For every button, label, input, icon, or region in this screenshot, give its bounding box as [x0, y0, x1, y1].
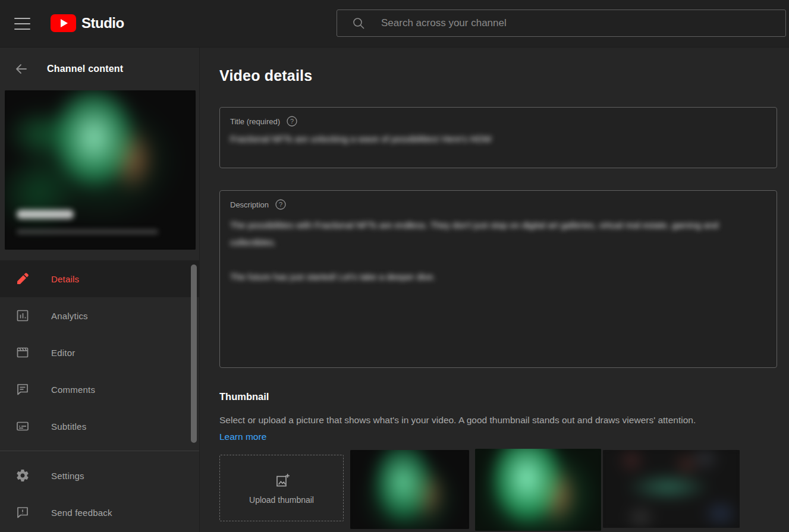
svg-text:?: ?: [279, 201, 282, 208]
search-icon: [351, 16, 366, 30]
feedback-icon: [15, 505, 30, 520]
thumbnail-section-heading: Thumbnail: [219, 391, 269, 402]
sidebar-item-analytics[interactable]: Analytics: [0, 297, 199, 334]
upload-thumbnail-button[interactable]: Upload thumbnail: [219, 455, 344, 521]
video-title-blurred: [17, 210, 74, 219]
sidebar-item-label: Editor: [51, 348, 75, 358]
menu-icon[interactable]: [14, 18, 30, 30]
title-field-value: Fractional NFTs are unlocking a wave of …: [230, 134, 766, 144]
title-field[interactable]: Title (required) ? Fractional NFTs are u…: [219, 107, 777, 168]
sidebar-item-label: Analytics: [51, 311, 88, 321]
thumbnail-option-3-image: [603, 450, 740, 528]
brand-text: Studio: [81, 15, 124, 32]
main-content: Video details Title (required) ? Fractio…: [200, 48, 789, 532]
youtube-play-icon: [51, 14, 76, 32]
thumbnail-option-3[interactable]: [603, 450, 740, 528]
pencil-icon: [15, 272, 30, 286]
sidebar-item-comments[interactable]: Comments: [0, 371, 199, 408]
sidebar: Channel content Details: [0, 48, 200, 532]
page-title: Video details: [219, 67, 312, 84]
sidebar-item-label: Settings: [51, 471, 84, 481]
learn-more-link[interactable]: Learn more: [219, 432, 266, 442]
comments-icon: [15, 382, 30, 396]
help-icon[interactable]: ?: [286, 115, 298, 127]
sidebar-menu: Details Analytics: [0, 260, 199, 531]
thumbnail-option-1[interactable]: [350, 450, 469, 529]
sidebar-item-label: Send feedback: [51, 508, 112, 518]
analytics-icon: [15, 309, 30, 323]
sidebar-item-send-feedback[interactable]: Send feedback: [0, 494, 199, 531]
gear-icon: [15, 468, 30, 483]
video-subtitle-blurred: [17, 229, 158, 234]
sidebar-scrollbar[interactable]: [191, 265, 197, 443]
editor-icon: [15, 345, 30, 360]
search-input[interactable]: [381, 17, 779, 29]
thumbnail-option-1-image: [350, 450, 469, 529]
sidebar-item-settings[interactable]: Settings: [0, 457, 199, 494]
sidebar-item-details[interactable]: Details: [0, 260, 199, 297]
thumbnail-option-2[interactable]: [475, 449, 601, 531]
upload-image-icon: [273, 472, 291, 490]
video-preview-card[interactable]: [5, 90, 196, 250]
description-field[interactable]: Description ? The possibilities with Fra…: [219, 190, 777, 368]
help-icon[interactable]: ?: [275, 199, 287, 210]
sidebar-item-subtitles[interactable]: Subtitles: [0, 408, 199, 445]
title-field-label: Title (required): [230, 117, 280, 126]
svg-text:?: ?: [290, 118, 294, 125]
sidebar-header: Channel content: [0, 48, 199, 90]
back-arrow-icon[interactable]: [14, 62, 29, 76]
channel-search-box[interactable]: [337, 10, 786, 37]
thumbnail-section-description: Select or upload a picture that shows wh…: [219, 415, 696, 426]
thumbnail-option-2-image: [475, 449, 601, 531]
youtube-studio-logo[interactable]: Studio: [51, 14, 124, 32]
description-paragraph-1: The possibilities with Fractional NFTs a…: [230, 217, 764, 251]
sidebar-divider: [0, 451, 199, 451]
video-preview-image: [5, 90, 196, 250]
subtitles-icon: [15, 419, 30, 433]
sidebar-item-label: Subtitles: [51, 421, 86, 432]
sidebar-title: Channel content: [47, 64, 123, 74]
topbar: Studio: [0, 0, 789, 48]
sidebar-item-editor[interactable]: Editor: [0, 334, 199, 371]
sidebar-item-label: Comments: [51, 385, 95, 395]
description-paragraph-2: The future has just started! Let's take …: [230, 269, 764, 286]
upload-thumbnail-label: Upload thumbnail: [249, 495, 314, 505]
sidebar-item-label: Details: [51, 274, 79, 284]
description-field-label: Description: [230, 200, 269, 209]
